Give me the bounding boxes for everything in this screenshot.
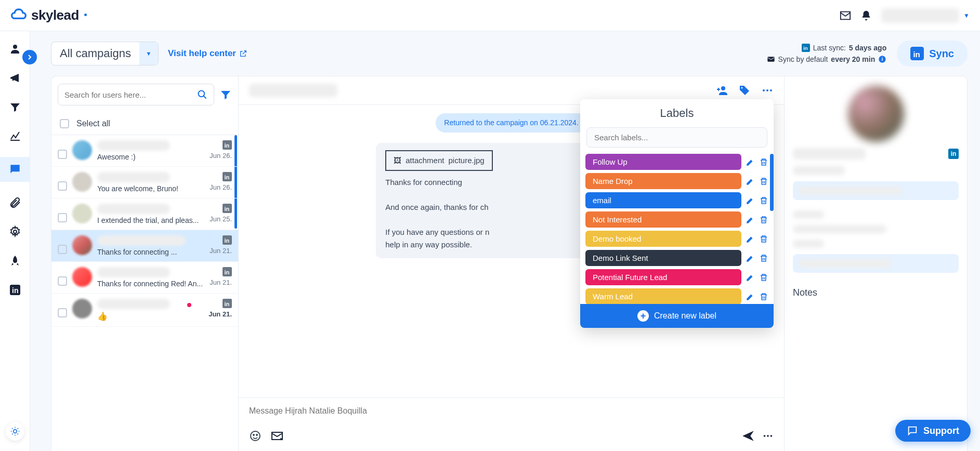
tag-icon[interactable]: [738, 84, 751, 97]
label-pill[interactable]: Name Drop: [585, 173, 741, 189]
label-pill[interactable]: Demo booked: [585, 231, 741, 247]
support-label: Support: [923, 426, 959, 436]
sync-button[interactable]: in Sync: [897, 41, 968, 67]
svg-text:in: in: [225, 206, 229, 212]
nav-item-attachments[interactable]: [7, 194, 23, 211]
svg-text:in: in: [12, 286, 18, 295]
create-label-button[interactable]: + Create new label: [580, 304, 774, 328]
edit-icon[interactable]: [746, 234, 755, 244]
theme-toggle[interactable]: [6, 422, 24, 441]
edit-icon[interactable]: [746, 157, 755, 167]
trash-icon[interactable]: [759, 177, 768, 186]
select-all-row[interactable]: Select all: [51, 113, 238, 135]
conversation-item[interactable]: Awesome :) inJun 26.: [51, 135, 238, 167]
more-icon[interactable]: [762, 430, 774, 442]
brand-logo[interactable]: skylead: [10, 7, 87, 24]
edit-icon[interactable]: [746, 177, 755, 186]
svg-text:in: in: [803, 46, 808, 51]
filter-icon[interactable]: [219, 88, 232, 101]
label-pill[interactable]: Warm Lead: [585, 288, 741, 304]
svg-text:in: in: [913, 50, 920, 59]
edit-icon[interactable]: [746, 273, 755, 282]
trash-icon[interactable]: [759, 292, 768, 301]
user-menu[interactable]: ▼: [881, 8, 970, 23]
user-name-blur: [881, 8, 959, 23]
linkedin-icon: in: [223, 267, 232, 276]
system-message: Returned to the campaign on 06.21.2024.: [436, 113, 586, 132]
unread-indicator: [187, 303, 191, 307]
support-button[interactable]: Support: [895, 420, 971, 442]
chat-contact-name: [249, 84, 337, 97]
search-box[interactable]: [58, 84, 214, 105]
trash-icon[interactable]: [759, 273, 768, 282]
emoji-icon[interactable]: [249, 430, 262, 442]
conv-checkbox[interactable]: [58, 245, 67, 254]
bell-icon[interactable]: [860, 10, 872, 21]
nav-item-linkedin[interactable]: in: [7, 282, 23, 298]
add-person-icon[interactable]: [715, 84, 728, 97]
nav-item-profile[interactable]: [7, 41, 23, 57]
mail-icon[interactable]: [840, 10, 851, 21]
caret-down-icon: ▼: [963, 12, 970, 19]
labels-search-input[interactable]: [586, 127, 767, 148]
nav-item-campaigns[interactable]: [7, 70, 23, 86]
conv-checkbox[interactable]: [58, 181, 67, 191]
label-pill[interactable]: Demo Link Sent: [585, 250, 741, 266]
mail-compose-icon[interactable]: [270, 430, 284, 442]
svg-point-35: [770, 435, 773, 437]
campaign-label: All campaigns: [60, 47, 131, 60]
conv-checkbox[interactable]: [58, 308, 67, 317]
select-all-checkbox[interactable]: [60, 119, 69, 128]
label-pill[interactable]: Potential Future Lead: [585, 269, 741, 285]
edit-icon[interactable]: [746, 254, 755, 263]
help-center-link[interactable]: Visit help center: [168, 48, 247, 59]
info-icon[interactable]: i: [878, 55, 886, 63]
conv-checkbox[interactable]: [58, 276, 67, 286]
nav-item-filter[interactable]: [7, 99, 23, 115]
label-pill[interactable]: Not Interested: [585, 211, 741, 228]
search-input[interactable]: [64, 90, 197, 99]
nav-item-inbox[interactable]: [0, 157, 30, 182]
nav-item-analytics[interactable]: [7, 128, 23, 144]
edit-icon[interactable]: [746, 292, 755, 301]
svg-text:i: i: [882, 57, 883, 62]
trash-icon[interactable]: [759, 196, 768, 205]
conversation-item[interactable]: Thanks for connecting ... inJun 21.: [51, 230, 238, 262]
trash-icon[interactable]: [759, 157, 768, 167]
linkedin-badge[interactable]: in: [948, 149, 959, 159]
conv-checkbox[interactable]: [58, 150, 67, 159]
conversation-item[interactable]: Thanks for connecting Red! An... inJun 2…: [51, 262, 238, 294]
conv-name-blur: [97, 299, 170, 309]
edit-icon[interactable]: [746, 196, 755, 205]
conversation-item[interactable]: I extended the trial, and pleas... inJun…: [51, 198, 238, 230]
conv-name-blur: [97, 172, 170, 182]
nav-expand-button[interactable]: [22, 50, 37, 64]
nav-item-boost[interactable]: [7, 253, 23, 269]
campaign-selector[interactable]: All campaigns ▼: [51, 42, 159, 65]
svg-text:in: in: [225, 301, 229, 307]
trash-icon[interactable]: [759, 234, 768, 244]
send-icon[interactable]: [741, 429, 755, 443]
conversation-item[interactable]: 👍 inJun 21.: [51, 294, 238, 327]
conv-date: Jun 26.: [210, 152, 232, 160]
main-content: All campaigns ▼ Visit help center in Las…: [30, 31, 980, 451]
details-panel: in Notes: [784, 76, 967, 451]
conv-preview: Thanks for connecting ...: [97, 248, 204, 256]
conv-preview: You are welcome, Bruno!: [97, 184, 204, 193]
label-pill[interactable]: Follow Up: [585, 154, 741, 170]
nav-item-settings[interactable]: [7, 223, 23, 240]
trash-icon[interactable]: [759, 215, 768, 224]
linkedin-icon: in: [802, 44, 810, 52]
conv-checkbox[interactable]: [58, 213, 67, 222]
trash-icon[interactable]: [759, 254, 768, 263]
message-input[interactable]: [249, 406, 774, 416]
conversation-item[interactable]: You are welcome, Bruno! inJun 26.: [51, 167, 238, 198]
label-pill[interactable]: email: [585, 192, 741, 208]
svg-point-33: [764, 435, 766, 437]
conv-date: Jun 26.: [210, 183, 232, 191]
edit-icon[interactable]: [746, 215, 755, 224]
more-icon[interactable]: [761, 84, 774, 97]
attachment[interactable]: 🖼 attachment picture.jpg: [385, 150, 492, 171]
detail-field: [793, 181, 959, 200]
scrollbar[interactable]: [770, 154, 774, 211]
